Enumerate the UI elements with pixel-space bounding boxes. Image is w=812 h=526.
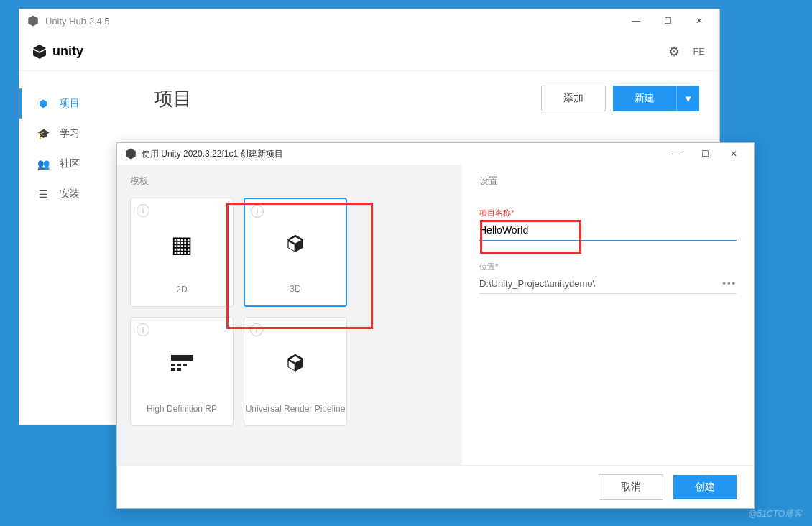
cube-icon: ⬢: [37, 98, 50, 109]
user-avatar[interactable]: FE: [693, 46, 705, 57]
unity-logo: unity: [31, 43, 83, 60]
template-urp[interactable]: i Universal Render Pipeline: [244, 317, 347, 426]
svg-rect-1: [171, 364, 175, 366]
hdrp-icon: [171, 323, 193, 404]
unity-logo-icon: [31, 43, 48, 60]
cube-icon: [284, 323, 307, 404]
new-project-dialog: 使用 Unity 2020.3.22f1c1 创建新项目 — ☐ ✕ 模板 i …: [116, 142, 755, 509]
template-hdrp[interactable]: i High Definition RP: [130, 317, 234, 426]
template-2d[interactable]: i ▦ 2D: [130, 198, 234, 307]
cube-icon: [284, 205, 307, 284]
templates-panel: 模板 i ▦ 2D i 3D i High Definition RP: [117, 165, 462, 465]
new-dropdown-button[interactable]: ▼: [676, 86, 699, 111]
cancel-button[interactable]: 取消: [599, 474, 663, 500]
dialog-maximize-button[interactable]: ☐: [691, 144, 719, 164]
template-name: 3D: [290, 284, 300, 305]
sidebar-item-label: 安装: [60, 188, 80, 200]
gear-icon[interactable]: ⚙: [668, 44, 680, 60]
close-button[interactable]: ✕: [685, 11, 714, 31]
grad-icon: 🎓: [37, 128, 50, 139]
sidebar-item-label: 学习: [60, 127, 80, 140]
svg-rect-4: [171, 368, 175, 371]
project-name-input[interactable]: [479, 220, 737, 241]
hub-title-text: Unity Hub 2.4.5: [45, 16, 110, 27]
project-name-label: 项目名称*: [479, 208, 737, 218]
dialog-close-button[interactable]: ✕: [719, 144, 748, 164]
location-value: D:\Unity_Project\unitydemo\: [479, 278, 595, 289]
grid-icon: ▦: [171, 204, 193, 285]
hub-topbar: unity ⚙ FE: [19, 32, 719, 71]
templates-label: 模板: [130, 175, 449, 188]
menu-icon: ☰: [37, 188, 50, 200]
template-name: High Definition RP: [147, 404, 217, 425]
settings-panel: 设置 项目名称* 位置* D:\Unity_Project\unitydemo\…: [462, 165, 754, 465]
sidebar-item-projects[interactable]: ⬢ 项目: [19, 88, 134, 119]
template-3d[interactable]: i 3D: [244, 198, 347, 307]
add-button[interactable]: 添加: [541, 86, 606, 111]
dialog-titlebar: 使用 Unity 2020.3.22f1c1 创建新项目 — ☐ ✕: [117, 143, 754, 165]
watermark: @51CTO博客: [748, 508, 802, 520]
unity-icon: [27, 14, 40, 27]
create-button[interactable]: 创建: [673, 475, 737, 499]
page-title: 项目: [154, 86, 192, 111]
svg-rect-5: [177, 368, 181, 371]
minimize-button[interactable]: —: [622, 11, 650, 31]
sidebar-item-label: 社区: [60, 157, 80, 170]
dialog-title-text: 使用 Unity 2020.3.22f1c1 创建新项目: [142, 148, 283, 160]
dialog-minimize-button[interactable]: —: [662, 144, 691, 164]
dialog-footer: 取消 创建: [117, 465, 754, 508]
svg-rect-3: [183, 364, 187, 366]
template-name: Universal Render Pipeline: [246, 404, 346, 425]
info-icon[interactable]: i: [250, 323, 263, 336]
info-icon[interactable]: i: [137, 323, 149, 336]
svg-rect-2: [177, 364, 181, 366]
unity-icon: [124, 147, 137, 160]
hub-titlebar: Unity Hub 2.4.5 — ☐ ✕: [19, 9, 719, 32]
maximize-button[interactable]: ☐: [653, 11, 682, 31]
unity-logo-text: unity: [52, 44, 83, 59]
group-icon: 👥: [37, 158, 50, 170]
info-icon[interactable]: i: [137, 204, 149, 217]
svg-rect-0: [171, 355, 193, 361]
template-name: 2D: [176, 285, 187, 306]
settings-label: 设置: [479, 175, 737, 188]
sidebar-item-label: 项目: [60, 97, 80, 110]
browse-button[interactable]: •••: [722, 278, 737, 289]
new-button[interactable]: 新建: [613, 86, 676, 111]
info-icon[interactable]: i: [251, 205, 264, 218]
location-label: 位置*: [479, 262, 737, 272]
